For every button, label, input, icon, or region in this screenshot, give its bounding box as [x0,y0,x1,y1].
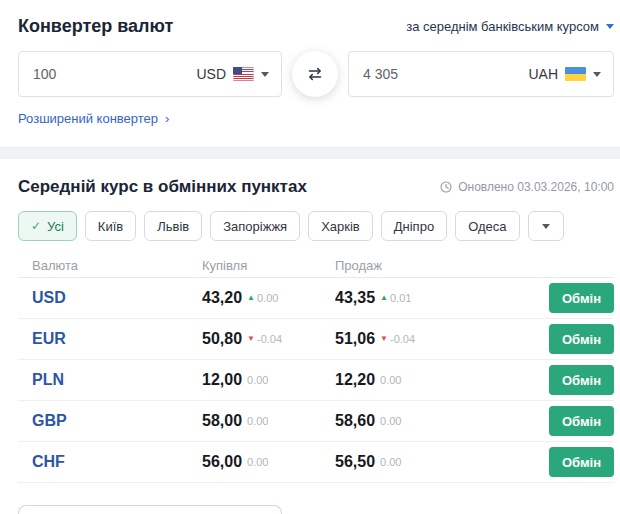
check-icon: ✓ [31,219,41,233]
header-currency: Валюта [18,258,202,273]
currency-to-select[interactable]: UAH [528,66,601,82]
city-filters: ✓ Усі ✓ Київ ✓ Львів ✓ Запоріжжя [18,211,614,241]
buy-value: 43,20 0.00 [202,289,335,307]
city-filter-chip[interactable]: ✓ Львів [144,211,202,241]
updated-text: Оновлено 03.03.2026, 10:00 [458,180,614,194]
rate-basis-label: за середнім банківським курсом [406,19,599,34]
rates-title: Середній курс в обмінних пунктах [18,177,307,197]
swap-arrows-icon [305,64,325,84]
buy-delta: 0.00 [247,374,268,386]
exchange-button[interactable]: Обмін [549,406,614,436]
exchange-button[interactable]: Обмін [549,447,614,477]
chevron-down-icon [261,72,269,77]
advanced-converter-link[interactable]: Розширений конвертер › [18,111,169,126]
city-filter-label: Запоріжжя [223,219,287,234]
trend-icon [247,335,255,343]
amount-from-input[interactable] [33,66,143,82]
chevron-down-icon [593,72,601,77]
exchange-button[interactable]: Обмін [549,324,614,354]
buy-delta: 0.00 [247,415,268,427]
sell-delta: 0.00 [380,415,401,427]
swap-currencies-button[interactable] [292,51,338,97]
trend-icon [380,335,388,343]
rate-basis-dropdown[interactable]: за середнім банківським курсом [406,19,614,34]
currency-code-link[interactable]: PLN [18,371,202,389]
currency-from-select[interactable]: USD [196,66,269,82]
city-filter-chip[interactable]: ✓ Дніпро [381,211,447,241]
sell-delta: 0.00 [380,456,401,468]
sell-value: 56,50 0.00 [335,453,549,471]
buy-delta: 0.00 [247,456,268,468]
rate-row: GBP 58,00 0.00 58,60 0.00 [18,401,614,442]
rate-row: EUR 50,80 -0.04 51,06 -0.04 [18,319,614,360]
us-flag-icon [233,67,254,81]
buy-delta: -0.04 [257,333,282,345]
chevron-right-icon: › [165,112,169,125]
updated-timestamp: Оновлено 03.03.2026, 10:00 [440,180,614,194]
currency-code-link[interactable]: CHF [18,453,202,471]
sell-value: 43,35 0.01 [335,289,549,307]
rates-table-header: Валюта Купівля Продаж [18,253,614,278]
section-divider [0,147,620,159]
header-sell: Продаж [335,258,549,273]
buy-value: 56,00 0.00 [202,453,335,471]
converter-section: Конвертер валют за середнім банківським … [0,16,620,127]
cut-off-element[interactable] [18,505,282,514]
exchange-button[interactable]: Обмін [549,283,614,313]
sell-delta: 0.01 [390,292,411,304]
trend-icon [380,294,388,302]
buy-value: 12,00 0.00 [202,371,335,389]
amount-to-field: UAH [348,51,614,97]
sell-delta: 0.00 [380,374,401,386]
city-filter-chip[interactable]: ✓ Одеса [455,211,519,241]
city-filter-label: Усі [47,219,64,234]
rates-table-body: USD 43,20 0.00 43,35 0.01 [18,278,614,483]
currency-to-code: UAH [528,66,558,82]
converter-row: USD UAH [18,51,614,97]
sell-value: 58,60 0.00 [335,412,549,430]
city-filter-label: Львів [157,219,189,234]
currency-code-link[interactable]: EUR [18,330,202,348]
city-filter-label: Київ [98,219,123,234]
rates-section: Середній курс в обмінних пунктах Оновлен… [0,159,620,514]
chevron-down-icon [542,224,550,229]
sell-value: 12,20 0.00 [335,371,549,389]
currency-from-code: USD [196,66,226,82]
city-filter-chip[interactable]: ✓ Харків [308,211,373,241]
city-filter-label: Одеса [468,219,506,234]
sell-delta: -0.04 [390,333,415,345]
city-filter-chip[interactable]: ✓ Київ [85,211,136,241]
amount-from-field: USD [18,51,282,97]
city-filter-chip[interactable]: ✓ Усі [18,211,77,241]
trend-icon [247,294,255,302]
currency-code-link[interactable]: USD [18,289,202,307]
city-filter-chip[interactable]: ✓ Запоріжжя [210,211,300,241]
buy-value: 50,80 -0.04 [202,330,335,348]
clock-icon [440,181,452,193]
ua-flag-icon [565,67,586,81]
header-buy: Купівля [202,258,335,273]
sell-value: 51,06 -0.04 [335,330,549,348]
converter-title: Конвертер валют [18,16,173,37]
exchange-button[interactable]: Обмін [549,365,614,395]
buy-value: 58,00 0.00 [202,412,335,430]
currency-code-link[interactable]: GBP [18,412,202,430]
chevron-down-icon [606,24,614,29]
amount-to-input[interactable] [363,66,473,82]
currency-widget: Конвертер валют за середнім банківським … [0,0,620,514]
rate-row: CHF 56,00 0.00 56,50 0.00 [18,442,614,483]
more-cities-chip[interactable] [528,211,564,241]
rate-row: USD 43,20 0.00 43,35 0.01 [18,278,614,319]
rate-row: PLN 12,00 0.00 12,20 0.00 [18,360,614,401]
buy-delta: 0.00 [257,292,278,304]
city-filter-label: Харків [321,219,360,234]
city-filter-label: Дніпро [394,219,434,234]
advanced-converter-label: Розширений конвертер [18,111,158,126]
